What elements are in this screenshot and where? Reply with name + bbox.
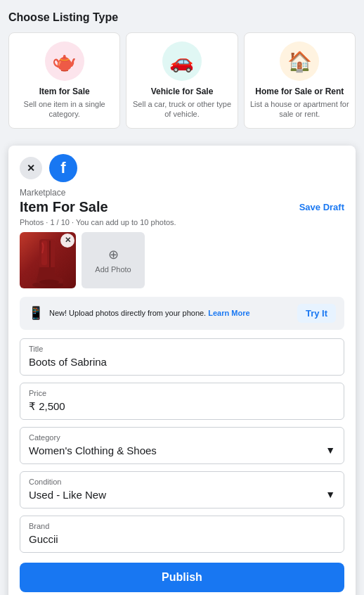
- category-field[interactable]: Category Women's Clothing & Shoes ▼: [20, 427, 344, 464]
- photos-row: ✕ ⊕ Add Photo: [20, 232, 344, 288]
- vehicle-for-sale-icon: 🚗: [162, 41, 202, 81]
- upload-text-main: New! Upload photos directly from your ph…: [49, 309, 206, 317]
- choose-listing-title: Choose Listing Type: [8, 11, 356, 24]
- modal-header-icons: ✕ f: [8, 146, 356, 182]
- item-for-sale-name: Item for Sale: [39, 87, 90, 96]
- marketplace-label: Marketplace: [20, 188, 344, 198]
- home-for-sale-desc: List a house or apartment for sale or re…: [250, 99, 349, 120]
- photo-thumbnail-1: ✕: [20, 232, 76, 288]
- condition-dropdown-arrow: ▼: [325, 489, 335, 500]
- add-photo-label: Add Photo: [95, 265, 131, 274]
- modal-content: Marketplace Item For Sale Save Draft Pho…: [8, 182, 356, 595]
- marketplace-modal: ✕ f Marketplace Item For Sale Save Draft…: [8, 146, 356, 595]
- facebook-icon: f: [49, 154, 77, 182]
- condition-row: Used - Like New ▼: [29, 487, 335, 502]
- add-photo-button[interactable]: ⊕ Add Photo: [82, 232, 145, 288]
- category-row: Women's Clothing & Shoes ▼: [29, 443, 335, 458]
- condition-field[interactable]: Condition Used - Like New ▼: [20, 471, 344, 508]
- upload-banner-left: 📱 New! Upload photos directly from your …: [28, 305, 297, 321]
- price-value: ₹ 2,500: [29, 399, 335, 414]
- modal-title-row: Item For Sale Save Draft: [20, 199, 344, 215]
- card-item-for-sale[interactable]: 🫖 Item for Sale Sell one item in a singl…: [8, 32, 120, 129]
- modal-title: Item For Sale: [20, 199, 108, 215]
- category-value: Women's Clothing & Shoes: [29, 443, 157, 458]
- price-field[interactable]: Price ₹ 2,500: [20, 383, 344, 420]
- item-for-sale-desc: Sell one item in a single category.: [15, 99, 114, 120]
- brand-label: Brand: [29, 522, 335, 530]
- try-it-button[interactable]: Try It: [297, 304, 336, 323]
- upload-banner-text: New! Upload photos directly from your ph…: [49, 308, 250, 318]
- home-for-sale-name: Home for Sale or Rent: [255, 87, 344, 96]
- title-value: Boots of Sabrina: [29, 354, 335, 369]
- publish-button[interactable]: Publish: [20, 563, 344, 592]
- card-home-for-sale[interactable]: 🏠 Home for Sale or Rent List a house or …: [244, 32, 356, 129]
- price-label: Price: [29, 389, 335, 397]
- brand-value: Guccii: [29, 532, 335, 546]
- title-label: Title: [29, 345, 335, 353]
- photo-remove-button[interactable]: ✕: [60, 233, 74, 248]
- vehicle-for-sale-name: Vehicle for Sale: [151, 87, 214, 96]
- upload-banner: 📱 New! Upload photos directly from your …: [20, 297, 344, 330]
- close-button[interactable]: ✕: [20, 157, 42, 179]
- learn-more-link[interactable]: Learn More: [208, 309, 249, 317]
- condition-label: Condition: [29, 478, 335, 486]
- photos-label: Photos · 1 / 10 · You can add up to 10 p…: [20, 218, 344, 226]
- title-field[interactable]: Title Boots of Sabrina: [20, 338, 344, 376]
- condition-value: Used - Like New: [29, 487, 106, 502]
- modal-area: ✕ f Marketplace Item For Sale Save Draft…: [0, 137, 364, 595]
- home-for-sale-icon: 🏠: [280, 41, 319, 81]
- category-label: Category: [29, 433, 335, 442]
- listing-cards-row: 🫖 Item for Sale Sell one item in a singl…: [8, 32, 356, 129]
- svg-point-3: [39, 279, 59, 284]
- save-draft-button[interactable]: Save Draft: [299, 202, 344, 212]
- phone-icon: 📱: [28, 305, 44, 321]
- card-vehicle-for-sale[interactable]: 🚗 Vehicle for Sale Sell a car, truck or …: [126, 32, 238, 129]
- category-dropdown-arrow: ▼: [325, 444, 335, 456]
- item-for-sale-icon: 🫖: [45, 41, 84, 81]
- brand-field[interactable]: Brand Guccii: [20, 516, 344, 553]
- choose-listing-section: Choose Listing Type 🫖 Item for Sale Sell…: [0, 0, 364, 137]
- vehicle-for-sale-desc: Sell a car, truck or other type of vehic…: [132, 99, 231, 120]
- add-photo-icon: ⊕: [108, 247, 119, 262]
